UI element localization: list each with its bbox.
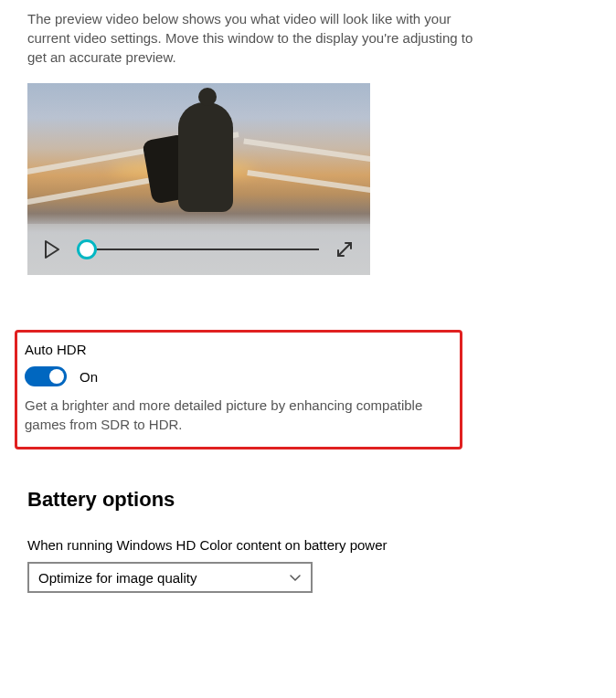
auto-hdr-title: Auto HDR	[25, 342, 452, 357]
fullscreen-icon[interactable]	[335, 240, 354, 259]
decorative-rail	[247, 170, 370, 194]
scrubber-thumb[interactable]	[77, 239, 97, 259]
decorative-figure	[178, 102, 233, 212]
battery-field-label: When running Windows HD Color content on…	[27, 537, 589, 553]
video-controls	[27, 224, 370, 275]
scrubber-track	[77, 249, 319, 250]
auto-hdr-description: Get a brighter and more detailed picture…	[25, 396, 452, 434]
chevron-down-icon	[289, 573, 302, 582]
decorative-rail	[244, 139, 370, 164]
auto-hdr-toggle[interactable]	[25, 366, 67, 386]
battery-option-selected: Optimize for image quality	[38, 570, 196, 586]
video-preview	[27, 83, 370, 275]
auto-hdr-section: Auto HDR On Get a brighter and more deta…	[15, 330, 462, 449]
preview-description: The preview video below shows you what v…	[27, 9, 475, 67]
play-icon[interactable]	[44, 240, 60, 259]
video-scrubber[interactable]	[77, 238, 319, 260]
auto-hdr-toggle-row: On	[25, 366, 452, 386]
svg-marker-0	[46, 241, 58, 258]
battery-options-heading: Battery options	[27, 488, 589, 512]
battery-option-select[interactable]: Optimize for image quality	[27, 562, 313, 593]
auto-hdr-state-label: On	[80, 369, 98, 385]
